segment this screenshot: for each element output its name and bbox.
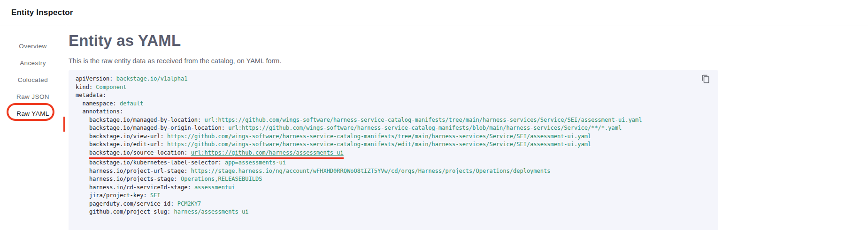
dialog-title: Entity Inspector — [11, 8, 73, 17]
yaml-line: harness.io/cd-serviceId-stage: assessmen… — [76, 184, 235, 191]
yaml-line: backstage.io/managed-by-origin-location:… — [76, 125, 622, 131]
yaml-code: apiVersion: backstage.io/v1alpha1 kind: … — [76, 75, 699, 216]
sidebar-item-colocated[interactable]: Colocated — [0, 71, 66, 88]
sidebar-item-overview[interactable]: Overview — [0, 37, 66, 54]
copy-icon[interactable] — [701, 74, 712, 84]
sidebar-item-raw-json[interactable]: Raw JSON — [0, 88, 66, 105]
dialog-body: OverviewAncestryColocatedRaw JSONRaw YAM… — [0, 25, 868, 230]
yaml-line: annotations: — [76, 108, 123, 115]
page-title: Entity as YAML — [69, 32, 868, 50]
yaml-line: backstage.io/managed-by-location: url:ht… — [76, 117, 642, 123]
yaml-line: namespace: default — [76, 100, 144, 107]
page-subtitle: This is the raw entity data as received … — [69, 57, 868, 65]
yaml-line: github.com/project-slug: harness/assessm… — [76, 208, 248, 215]
yaml-line: harness.io/project-url-stage: https://st… — [76, 168, 550, 174]
yaml-line: kind: Component — [76, 84, 126, 90]
annotated-yaml-line: backstage.io/source-location: url:https:… — [89, 149, 344, 159]
sidebar-tabs: OverviewAncestryColocatedRaw JSONRaw YAM… — [0, 25, 66, 230]
yaml-line: backstage.io/source-location: url:https:… — [76, 149, 344, 156]
yaml-line: apiVersion: backstage.io/v1alpha1 — [76, 75, 187, 82]
yaml-line: backstage.io/edit-url: https://github.co… — [76, 141, 591, 148]
yaml-line: pagerduty.com/service-id: PCM2KY7 — [76, 200, 201, 207]
sidebar-item-raw-yaml[interactable]: Raw YAML — [0, 105, 66, 122]
sidebar-item-ancestry[interactable]: Ancestry — [0, 54, 66, 71]
yaml-line: jira/project-key: SEI — [76, 192, 161, 199]
yaml-line: metadata: — [76, 92, 106, 98]
yaml-code-block: apiVersion: backstage.io/v1alpha1 kind: … — [69, 70, 718, 230]
yaml-line: harness.io/projects-stage: Operations,RE… — [76, 176, 262, 182]
dialog-header: Entity Inspector — [0, 0, 868, 25]
yaml-line: backstage.io/kubernetes-label-selector: … — [76, 159, 286, 166]
yaml-line: backstage.io/view-url: https://github.co… — [76, 133, 591, 140]
main-content: Entity as YAML This is the raw entity da… — [66, 25, 868, 230]
